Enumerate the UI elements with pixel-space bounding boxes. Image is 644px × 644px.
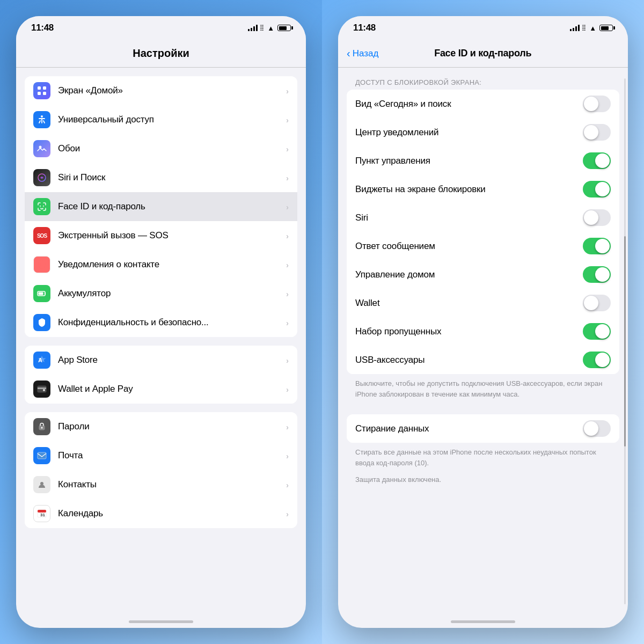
contact-notif-chevron: › xyxy=(286,260,289,269)
privacy-chevron: › xyxy=(286,318,289,327)
sos-label: Экстренный вызов — SOS xyxy=(58,230,279,241)
right-battery-icon xyxy=(599,25,613,31)
toggle-item-usb-accessories: USB-аксессуары xyxy=(347,346,619,374)
left-time: 11:48 xyxy=(31,23,54,33)
right-scroll: ДОСТУП С БЛОКИРОВКОЙ ЭКРАНА: Вид «Сегодн… xyxy=(338,68,628,615)
signal-icon: ⣿ xyxy=(248,25,264,31)
settings-item-mail[interactable]: Почта › xyxy=(25,441,297,470)
notification-center-toggle[interactable] xyxy=(583,124,611,141)
lock-widgets-label: Виджеты на экране блокировки xyxy=(355,184,583,195)
svg-text:31: 31 xyxy=(40,513,45,517)
svg-rect-2 xyxy=(38,92,41,95)
passwords-label: Пароли xyxy=(58,421,279,432)
usb-accessories-toggle[interactable] xyxy=(583,352,611,368)
contact-notif-icon xyxy=(33,256,50,273)
carrier-dots: ⣿ xyxy=(260,24,264,31)
wallpaper-label: Обои xyxy=(58,143,279,154)
mail-icon xyxy=(33,447,50,464)
left-phone-container: 11:48 ⣿ ▲ Настройки xyxy=(0,0,322,644)
lock-widgets-toggle[interactable] xyxy=(583,181,611,197)
wallpaper-icon xyxy=(33,140,50,157)
left-home-indicator xyxy=(16,615,306,628)
svg-rect-13 xyxy=(38,387,46,389)
settings-item-contact-notif[interactable]: Уведомления о контакте › xyxy=(25,250,297,279)
svg-rect-3 xyxy=(43,92,46,95)
reply-message-toggle[interactable] xyxy=(583,238,611,254)
settings-item-siri[interactable]: Siri и Поиск › xyxy=(25,163,297,192)
settings-list-store: A App Store › Wallet и Apple Pay › xyxy=(25,346,297,404)
right-screen: 11:48 ⣿ ▲ ‹ Назад Face ID xyxy=(338,16,628,628)
svg-rect-10 xyxy=(39,292,43,295)
settings-scroll: Экран «Домой» › Универсальный доступ › xyxy=(16,68,306,615)
toggle-item-lock-widgets: Виджеты на экране блокировки xyxy=(347,175,619,203)
settings-item-passwords[interactable]: Пароли › xyxy=(25,412,297,441)
right-carrier-dots: ⣿ xyxy=(582,24,586,31)
control-center-toggle[interactable] xyxy=(583,152,611,169)
settings-item-home-screen[interactable]: Экран «Домой» › xyxy=(25,76,297,105)
left-page-title: Настройки xyxy=(133,47,189,60)
wallet-toggle[interactable] xyxy=(583,295,611,311)
erase-section-list: Стирание данных xyxy=(347,414,619,443)
left-screen: 11:48 ⣿ ▲ Настройки xyxy=(16,16,306,628)
wallet-icon xyxy=(33,380,50,398)
toggle-item-home-control: Управление домом xyxy=(347,260,619,289)
right-time: 11:48 xyxy=(353,23,376,33)
back-chevron-icon: ‹ xyxy=(347,47,350,60)
settings-item-wallet[interactable]: Wallet и Apple Pay › xyxy=(25,375,297,404)
left-nav-title: Настройки xyxy=(16,40,306,68)
settings-item-faceid[interactable]: Face ID и код-пароль › xyxy=(25,192,297,221)
settings-item-battery[interactable]: Аккумулятор › xyxy=(25,279,297,308)
privacy-label: Конфиденциальность и безопасно... xyxy=(58,317,279,328)
missed-calls-toggle[interactable] xyxy=(583,323,611,340)
notification-center-label: Центр уведомлений xyxy=(355,127,583,138)
right-wifi-icon: ▲ xyxy=(589,24,596,32)
home-control-toggle[interactable] xyxy=(583,266,611,283)
svg-text:A: A xyxy=(38,357,42,363)
toggle-item-notification-center: Центр уведомлений xyxy=(347,118,619,147)
toggle-item-siri: Siri xyxy=(347,203,619,232)
passwords-chevron: › xyxy=(286,422,289,431)
toggle-item-today-view: Вид «Сегодня» и поиск xyxy=(347,90,619,118)
toggle-item-reply-message: Ответ сообщением xyxy=(347,232,619,260)
erase-data-toggle[interactable] xyxy=(583,420,611,437)
settings-item-sos[interactable]: SOS Экстренный вызов — SOS › xyxy=(25,221,297,250)
siri-chevron: › xyxy=(286,173,289,182)
right-home-indicator xyxy=(338,615,628,628)
settings-item-wallpaper[interactable]: Обои › xyxy=(25,134,297,163)
mail-chevron: › xyxy=(286,451,289,460)
reply-message-label: Ответ сообщением xyxy=(355,241,583,252)
home-screen-chevron: › xyxy=(286,86,289,96)
mail-label: Почта xyxy=(58,450,279,461)
settings-item-contacts[interactable]: Контакты › xyxy=(25,470,297,499)
calendar-label: Календарь xyxy=(58,508,279,519)
toggle-item-control-center: Пункт управления xyxy=(347,147,619,175)
siri-toggle[interactable] xyxy=(583,209,611,226)
settings-item-privacy[interactable]: Конфиденциальность и безопасно... › xyxy=(25,308,297,337)
right-status-bar: 11:48 ⣿ ▲ xyxy=(338,16,628,40)
siri-icon xyxy=(33,169,50,186)
wallet-label: Wallet и Apple Pay xyxy=(58,384,279,394)
svg-point-4 xyxy=(41,115,43,118)
settings-item-appstore[interactable]: A App Store › xyxy=(25,346,297,375)
home-screen-label: Экран «Домой» xyxy=(58,85,279,96)
siri-toggle-label: Siri xyxy=(355,213,583,223)
privacy-icon xyxy=(33,314,50,331)
siri-label: Siri и Поиск xyxy=(58,172,279,183)
settings-item-calendar[interactable]: 31 Календарь › xyxy=(25,499,297,528)
battery-icon xyxy=(277,25,291,31)
toggle-item-wallet: Wallet xyxy=(347,289,619,317)
svg-rect-0 xyxy=(38,86,41,90)
back-button[interactable]: ‹ Назад xyxy=(347,47,378,60)
svg-rect-17 xyxy=(38,452,46,459)
svg-point-8 xyxy=(40,263,43,266)
today-view-toggle[interactable] xyxy=(583,96,611,112)
appstore-icon: A xyxy=(33,352,50,369)
scrollbar-thumb xyxy=(624,236,626,447)
appstore-chevron: › xyxy=(286,356,289,365)
faceid-label: Face ID и код-пароль xyxy=(58,201,279,212)
left-status-icons: ⣿ ▲ xyxy=(248,24,291,32)
battery-label: Аккумулятор xyxy=(58,288,279,299)
accessibility-icon xyxy=(33,111,50,128)
wallet-toggle-label: Wallet xyxy=(355,298,583,309)
settings-item-accessibility[interactable]: Универсальный доступ › xyxy=(25,105,297,134)
